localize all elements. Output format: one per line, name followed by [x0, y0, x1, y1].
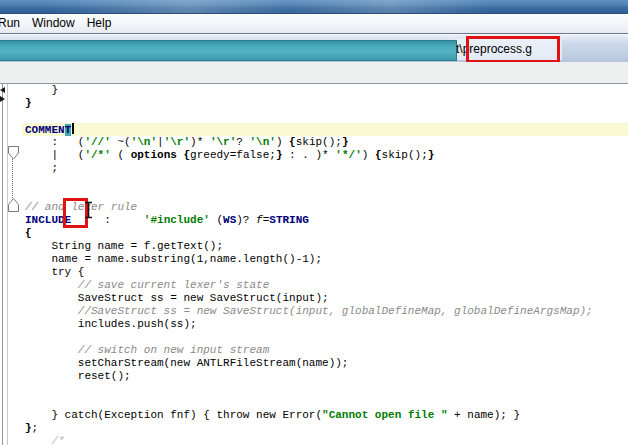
code-segment: T — [65, 124, 72, 136]
code-segment: '\n' — [131, 136, 157, 148]
code-segment: ~( — [111, 136, 131, 148]
code-segment: '/*' — [84, 149, 110, 161]
code-line[interactable]: // save current lexer's state — [22, 279, 628, 292]
code-line[interactable]: /* — [22, 435, 628, 445]
code-segment: '//' — [84, 136, 110, 148]
menu-item-run[interactable]: Run — [0, 14, 26, 33]
code-line[interactable]: SaveStruct ss = new SaveStruct(input); — [22, 292, 628, 305]
code-line[interactable]: { — [22, 227, 628, 240]
code-line[interactable]: // and lexer rule — [22, 201, 628, 214]
code-segment: )? — [236, 214, 256, 226]
code-line[interactable]: ; — [22, 162, 628, 175]
code-segment: | — [157, 136, 164, 148]
code-segment: try { — [25, 266, 84, 278]
code-line[interactable]: includes.push(ss); — [22, 318, 628, 331]
code-line[interactable] — [22, 383, 628, 396]
title-bar[interactable] — [0, 0, 628, 14]
ibeam-cursor-icon — [83, 201, 95, 220]
code-segment: '\r' — [164, 136, 190, 148]
gutter-border — [7, 84, 8, 445]
code-line[interactable] — [22, 188, 628, 201]
code-segment: includes.push(ss); — [25, 318, 197, 330]
code-segment: ) — [276, 136, 289, 148]
code-segment: '#include' — [144, 214, 210, 226]
code-segment: '\r' — [210, 136, 236, 148]
code-segment: options — [131, 149, 177, 161]
code-segment: + name); } — [447, 409, 520, 421]
code-line[interactable] — [22, 396, 628, 409]
code-segment: } — [276, 149, 283, 161]
info-panel — [0, 62, 628, 84]
code-line[interactable] — [22, 331, 628, 344]
code-segment: } catch(Exception fnf) { throw new Error… — [25, 409, 322, 421]
code-line[interactable]: reset(); — [22, 370, 628, 383]
code-segment: ; — [25, 162, 58, 174]
splitter[interactable] — [2, 84, 3, 445]
menu-item-window[interactable]: Window — [26, 14, 81, 33]
code-segment: greedy=false; — [190, 149, 276, 161]
code-segment: ? — [236, 136, 249, 148]
code-segment: //SaveStruct ss = new SaveStruct(input, … — [25, 305, 593, 317]
code-segment: String name = f.getText(); — [25, 240, 223, 252]
code-segment: SaveStruct ss = new SaveStruct(input); — [25, 292, 329, 304]
menu-item-help[interactable]: Help — [81, 14, 118, 33]
rule-span-dotted-line — [12, 159, 13, 198]
rule-end-marker-icon[interactable] — [8, 198, 20, 212]
code-line[interactable]: INCLUDE : '#include' (WS)? f=STRING — [22, 214, 628, 227]
code-line[interactable] — [22, 175, 628, 188]
splitter-collapse-left-icon[interactable] — [0, 87, 5, 93]
code-segment: { — [289, 136, 296, 148]
code-segment: { — [375, 149, 382, 161]
code-segment: } — [25, 97, 32, 109]
code-line[interactable]: }; — [22, 422, 628, 435]
rule-start-marker-icon[interactable] — [8, 146, 20, 160]
antlrworks-window: { "window": { "menu_items": ["Run", "Win… — [0, 0, 628, 445]
code-line[interactable]: setCharStream(new ANTLRFileStream(name))… — [22, 357, 628, 370]
code-line[interactable]: name = name.substring(1,name.length()-1)… — [22, 253, 628, 266]
code-segment: COMMEN — [25, 124, 65, 136]
code-segment: reset(); — [25, 370, 131, 382]
code-line[interactable]: //SaveStruct ss = new SaveStruct(input, … — [22, 305, 628, 318]
code-segment: STRING — [269, 214, 309, 226]
splitter-collapse-right-icon[interactable] — [0, 96, 5, 102]
code-segment: ; — [32, 422, 39, 434]
code-area[interactable]: }}COMMENT : ('//' ~('\n'|'\r')* '\r'? '\… — [22, 84, 628, 445]
code-line[interactable] — [22, 110, 628, 123]
code-segment: } — [342, 136, 349, 148]
code-segment: : ( — [25, 136, 84, 148]
code-line[interactable]: } catch(Exception fnf) { throw new Error… — [22, 409, 628, 422]
code-line[interactable]: | ('/*' ( options {greedy=false;} : . )*… — [22, 149, 628, 162]
code-segment: } — [25, 422, 32, 434]
code-segment: } — [25, 84, 58, 96]
code-segment: } — [428, 149, 435, 161]
code-segment: /* — [25, 435, 65, 445]
code-segment: f — [256, 214, 263, 226]
code-segment: '*/' — [335, 149, 361, 161]
code-line[interactable]: try { — [22, 266, 628, 279]
path-prefix: t\ — [456, 42, 463, 56]
code-segment: '\n' — [249, 136, 275, 148]
code-line[interactable]: : ('//' ~('\n'|'\r')* '\r'? '\n') {skip(… — [22, 136, 628, 149]
code-segment: "Cannot open file " — [322, 409, 447, 421]
code-line[interactable]: COMMENT — [22, 123, 628, 136]
code-segment: | ( — [25, 149, 84, 161]
code-segment: skip(); — [382, 149, 428, 161]
code-segment: skip(); — [296, 136, 342, 148]
editor[interactable]: }}COMMENT : ('//' ~('\n'|'\r')* '\r'? '\… — [0, 84, 628, 445]
code-line[interactable]: String name = f.getText(); — [22, 240, 628, 253]
menu-items: Run Window Help — [0, 14, 117, 33]
code-line[interactable]: } — [22, 84, 628, 97]
code-segment: ) — [362, 149, 375, 161]
titlebar-glass-highlight — [0, 0, 628, 13]
menu-bar: Run Window Help — [0, 14, 628, 34]
text-caret — [72, 123, 74, 134]
code-segment: // switch on new input stream — [25, 344, 269, 356]
code-segment: name = name.substring(1,name.length()-1)… — [25, 253, 322, 265]
code-segment: : . )* — [283, 149, 336, 161]
code-line[interactable]: // switch on new input stream — [22, 344, 628, 357]
code-segment: { — [25, 227, 32, 239]
annotation-box-filename — [466, 36, 560, 63]
code-segment: )* — [190, 136, 210, 148]
code-segment: WS — [223, 214, 236, 226]
code-line[interactable]: } — [22, 97, 628, 110]
